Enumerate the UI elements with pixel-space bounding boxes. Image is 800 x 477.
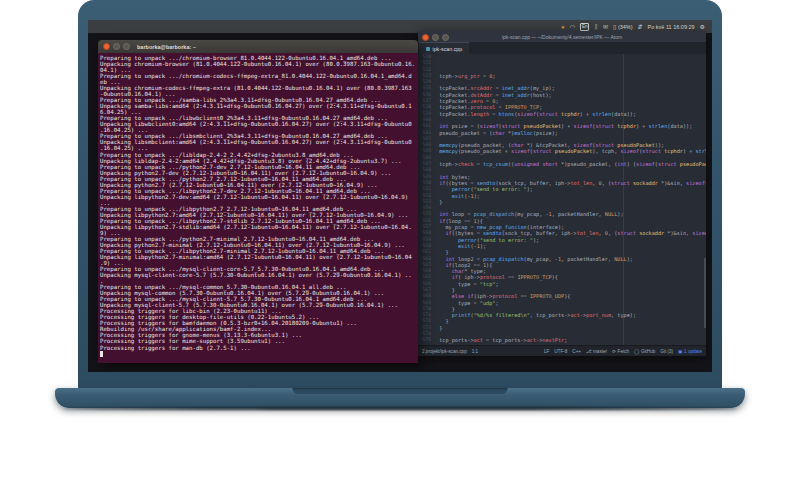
battery-icon: ▯ [613, 24, 616, 30]
app-indicator-indicator[interactable]: ● [561, 24, 565, 30]
bluetooth-indicator[interactable]: ᛒ [594, 24, 598, 30]
terminal-line: Unpacking libpython2.7-minimal:amd64 (2.… [100, 254, 416, 260]
terminal-line: Unpacking python2.7-dev (2.7.12-1ubuntu0… [100, 170, 416, 176]
atom-editor[interactable]: 5305315325335345355365375385395405415425… [418, 54, 706, 345]
screenshot-canvas: ●◠Enᛒ✉▯(34%)⇵Po kvě 11 16:09:29⚙ ipk-sca… [0, 0, 800, 477]
terminal-line: Preparing to unpack .../libpython2.7-std… [100, 218, 416, 224]
atom-status-bar: 2.projekt/ipk-scan.cpp 1:1 LFUTF-8C++⎇ma… [418, 345, 706, 356]
terminal-prompt-line [100, 351, 416, 357]
keyboard-layout-indicator[interactable]: En [580, 23, 590, 31]
atom-code[interactable]: tcph->urg_ptr = 0; tcpPacket.srcAddr = i… [433, 54, 706, 345]
package-updates-label: 1 update [684, 349, 702, 354]
trackpad-notch [293, 388, 508, 394]
battery-label: (34%) [618, 24, 633, 30]
atom-close-button[interactable] [422, 34, 429, 41]
terminal-line: Unpacking libldap-2.4-2:amd64 (2.4.42+df… [100, 158, 416, 164]
atom-minimize-button[interactable] [432, 34, 439, 41]
terminal-window: barborka@barborka: ~ Preparing to unpack… [98, 40, 418, 363]
terminal-cursor [100, 351, 103, 356]
mail-indicator[interactable]: ✉ [603, 24, 608, 30]
terminal-line: Preparing to unpack .../libpython2.7-dev… [100, 188, 416, 194]
network-indicator[interactable]: ◠ [570, 24, 575, 30]
terminal-minimize-button[interactable] [113, 43, 120, 50]
grammar-label: C++ [572, 349, 581, 354]
laptop-screen-bezel: ●◠Enᛒ✉▯(34%)⇵Po kvě 11 16:09:29⚙ ipk-sca… [78, 0, 722, 390]
app-indicator-icon: ● [561, 24, 565, 30]
fetch-label: Fetch [618, 349, 630, 354]
battery-indicator[interactable]: ▯(34%) [613, 24, 632, 30]
status-package-updates[interactable]: ▣1 update [678, 349, 702, 354]
desktop-display: ●◠Enᛒ✉▯(34%)⇵Po kvě 11 16:09:29⚙ ipk-sca… [88, 20, 712, 372]
status-grammar[interactable]: C++ [572, 349, 581, 354]
session-menu-indicator[interactable]: ⚙ [700, 24, 705, 30]
terminal-body[interactable]: Preparing to unpack .../chromium-browser… [98, 53, 418, 363]
status-git-branch[interactable]: ⎇master [586, 349, 607, 354]
line-ending-label: LF [544, 349, 549, 354]
status-github[interactable]: ◯GitHub [634, 349, 655, 354]
file-type-icon [426, 47, 430, 51]
mail-icon: ✉ [603, 24, 608, 30]
laptop-base [55, 388, 745, 408]
atom-window-title: ipk-scan.cpp — ~/Dokumenty/4.semester/IP… [418, 34, 706, 40]
atom-gutter: 5305315325335345355365375385395405415425… [418, 54, 433, 345]
atom-title-bar[interactable]: ipk-scan.cpp — ~/Dokumenty/4.semester/IP… [418, 31, 706, 42]
code-line: my_pcap = new_pcap_funcion(interface); [433, 344, 706, 345]
network-icon: ◠ [570, 24, 575, 30]
terminal-line: Unpacking samba-libs:amd64 (2:4.3.11+dfs… [100, 103, 416, 109]
github-icon: ◯ [634, 349, 639, 354]
atom-maximize-button[interactable] [442, 34, 449, 41]
terminal-line: Preparing to unpack .../chromium-codecs-… [100, 73, 416, 79]
git-changes-label: Git (3) [660, 349, 673, 354]
status-git-changes[interactable]: Git (3) [660, 349, 673, 354]
terminal-line: Unpacking python2.7 (2.7.12-1ubuntu0~16.… [100, 182, 416, 188]
terminal-maximize-button[interactable] [123, 43, 130, 50]
status-fetch[interactable]: ⟳Fetch [612, 349, 629, 354]
atom-tab-bar: ipk-scan.cpp [418, 42, 706, 54]
git-branch-label: master [593, 349, 607, 354]
terminal-close-button[interactable] [103, 43, 110, 50]
status-file-path[interactable]: 2.projekt/ipk-scan.cpp [422, 349, 467, 354]
terminal-window-title: barborka@barborka: ~ [137, 44, 196, 50]
network-traffic-indicator[interactable]: ⇵ [638, 24, 643, 30]
status-right-group: LFUTF-8C++⎇master⟳Fetch◯GitHubGit (3)▣1 … [544, 349, 702, 354]
keyboard-layout-label: En [580, 23, 590, 31]
tab-label: ipk-scan.cpp [433, 46, 463, 52]
bluetooth-icon: ᛒ [594, 24, 598, 30]
terminal-title-bar[interactable]: barborka@barborka: ~ [98, 40, 418, 53]
session-menu-icon: ⚙ [700, 24, 705, 30]
package-updates-icon: ▣ [678, 349, 683, 354]
github-label: GitHub [641, 349, 655, 354]
atom-window: ipk-scan.cpp — ~/Dokumenty/4.semester/IP… [418, 31, 706, 356]
terminal-line: Unpacking libpython2.7-dev:amd64 (2.7.12… [100, 194, 416, 200]
encoding-label: UTF-8 [554, 349, 567, 354]
clock-indicator[interactable]: Po kvě 11 16:09:29 [648, 24, 695, 30]
clock-label: Po kvě 11 16:09:29 [648, 24, 695, 30]
fetch-icon: ⟳ [612, 349, 616, 354]
status-line-ending[interactable]: LF [544, 349, 549, 354]
status-encoding[interactable]: UTF-8 [554, 349, 567, 354]
terminal-line: Unpacking chromium-browser (81.0.4044.12… [100, 61, 416, 67]
terminal-line: Unpacking libpython2.7:amd64 (2.7.12-1ub… [100, 212, 416, 218]
status-cursor-position[interactable]: 1:1 [472, 349, 478, 354]
tab-ipk-scan-cpp[interactable]: ipk-scan.cpp [419, 42, 469, 54]
git-branch-icon: ⎇ [586, 349, 592, 354]
network-traffic-icon: ⇵ [638, 24, 643, 30]
terminal-line: Unpacking mysql-client-core-5.7 (5.7.30-… [100, 272, 416, 278]
gutter-line-number: 575 [418, 337, 431, 343]
terminal-line: Unpacking libpython2.7-stdlib:amd64 (2.7… [100, 224, 416, 230]
